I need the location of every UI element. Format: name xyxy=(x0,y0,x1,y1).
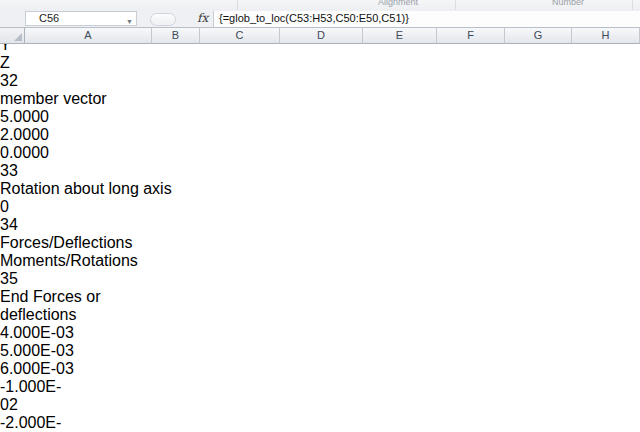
select-all-corner[interactable] xyxy=(0,28,25,44)
formula-input[interactable]: {=glob_to_loc(C53:H53,C50:E50,C51)} xyxy=(213,11,640,27)
cell-C33[interactable]: 0 xyxy=(0,198,80,216)
cell-F35[interactable]: -1.000E-02 xyxy=(0,378,68,414)
ribbon-group-divider xyxy=(632,0,633,10)
row-header-35[interactable]: 35 xyxy=(0,270,640,288)
column-header-D[interactable]: D xyxy=(280,28,363,44)
column-header-E[interactable]: E xyxy=(363,28,437,44)
row-header-32[interactable]: 32 xyxy=(0,72,640,90)
column-header-C[interactable]: C xyxy=(200,28,280,44)
formula-buttons xyxy=(150,13,176,26)
row-header-34[interactable]: 34 xyxy=(0,216,640,234)
cell-C34[interactable]: Forces/Deflections xyxy=(0,234,237,252)
cell-D32[interactable]: 2.0000 xyxy=(0,126,83,144)
sheet-row-34: 34Forces/DeflectionsMoments/Rotations xyxy=(0,216,640,270)
cell-F34[interactable]: Moments/Rotations xyxy=(0,252,203,270)
ribbon-group-label-number: Number xyxy=(552,0,584,7)
cell-A33[interactable]: Rotation about long axis xyxy=(0,180,175,198)
sheet-row-32: 32member vector5.00002.00000.0000 xyxy=(0,72,640,162)
cell-C32[interactable]: 5.0000 xyxy=(0,108,80,126)
ribbon-group-divider xyxy=(237,0,238,10)
row-header-33[interactable]: 33 xyxy=(0,162,640,180)
column-header-A[interactable]: A xyxy=(25,28,152,44)
ribbon-group-divider xyxy=(455,0,456,10)
insert-function-button[interactable]: fx xyxy=(197,11,208,25)
cell-C35[interactable]: 4.000E-03 xyxy=(0,324,80,342)
cell-G35[interactable]: -2.000E-02 xyxy=(0,414,67,432)
name-box[interactable]: C56 ▼ xyxy=(25,11,137,26)
cell-E31[interactable]: Z xyxy=(0,54,74,72)
ribbon-group-label-alignment: Alignment xyxy=(378,0,418,7)
column-header-B[interactable]: B xyxy=(152,28,200,44)
spreadsheet-grid: 31XYZ32member vector5.00002.00000.000033… xyxy=(0,0,640,432)
cell-E35[interactable]: 6.000E-03 xyxy=(0,360,74,378)
formula-bar: C56 ▼ fx {=glob_to_loc(C53:H53,C50:E50,C… xyxy=(0,10,640,28)
column-header-F[interactable]: F xyxy=(437,28,505,44)
sheet-row-33: 33Rotation about long axis0 xyxy=(0,162,640,216)
cell-E32[interactable]: 0.0000 xyxy=(0,144,74,162)
cell-A35[interactable]: End Forces or deflections xyxy=(0,288,175,324)
name-box-dropdown-icon[interactable]: ▼ xyxy=(126,15,133,28)
column-header-G[interactable]: G xyxy=(505,28,572,44)
name-box-value: C56 xyxy=(39,12,59,24)
sheet-row-35: 35End Forces or deflections4.000E-035.00… xyxy=(0,270,640,432)
column-headers: ABCDEFGH xyxy=(0,28,640,44)
cell-D35[interactable]: 5.000E-03 xyxy=(0,342,83,360)
column-header-H[interactable]: H xyxy=(572,28,640,44)
cell-A32[interactable]: member vector xyxy=(0,90,175,108)
